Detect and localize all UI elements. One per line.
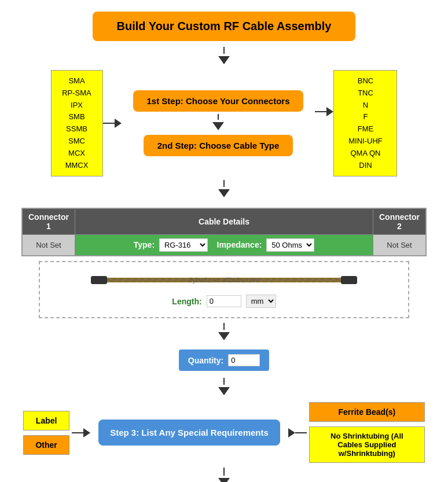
type-select[interactable]: RG-316 RG-174 RG-58 LMR-100 LMR-200 LMR-… (159, 238, 208, 252)
step2-box: 2nd Step: Choose Cable Type (144, 135, 293, 156)
length-label: Length: (172, 297, 201, 306)
arrow-step3-to-right (288, 428, 295, 437)
connector-list-right-text: BNCTNCNFFMEMINI-UHFQMA QNDIN (348, 76, 383, 170)
other-box: Other (23, 435, 69, 455)
step3-right: Ferrite Bead(s) No Shrinktubing (All Cab… (309, 402, 425, 463)
cable-image: dyhxdz.en.alibaba.com (91, 271, 357, 289)
step1-label: 1st Step: Choose Your Connectors (147, 96, 290, 106)
length-unit-select[interactable]: mm cm m in ft (246, 295, 276, 308)
arrow-left-to-step3 (83, 428, 90, 437)
cable-details-header: Cable Details (75, 208, 373, 235)
length-row: Length: mm cm m in ft (172, 295, 276, 308)
arrow-left-to-step1 (115, 119, 122, 128)
ferrite-box: Ferrite Bead(s) (309, 402, 425, 422)
connector-list-left: SMARP-SMAIPXSMBSSMBSMCMCXMMCX (51, 70, 103, 176)
step1-row: SMARP-SMAIPXSMBSSMBSMCMCXMMCX 1st Step: … (6, 70, 442, 176)
cable-svg (91, 271, 357, 289)
length-input[interactable] (207, 295, 241, 307)
svg-rect-4 (107, 278, 341, 282)
cable-dashed-area: dyhxdz.en.alibaba.com Length: mm cm m in… (39, 261, 409, 318)
label-box: Label (23, 411, 69, 431)
quantity-row: Quantity: (179, 349, 269, 371)
svg-rect-0 (91, 276, 107, 284)
svg-rect-3 (341, 276, 357, 284)
arrow-title-to-step1 (218, 47, 230, 67)
connector2-value: Not Set (373, 235, 427, 256)
quantity-label: Quantity: (188, 356, 223, 365)
quantity-input[interactable] (228, 354, 260, 366)
connector-list-left-text: SMARP-SMAIPXSMBSSMBSMCMCXMMCX (62, 76, 91, 170)
step-boxes-center: 1st Step: Choose Your Connectors 2nd Ste… (133, 90, 304, 156)
title-box: Build Your Custom RF Cable Assembly (93, 12, 356, 41)
impedance-label: Impedance: (217, 240, 262, 249)
arrow-step3-to-final (218, 468, 230, 482)
step3-box: Step 3: List Any Special Requirements (98, 420, 280, 446)
arrow-step2-to-cable (218, 180, 230, 200)
arrow-step1-to-right (326, 107, 333, 116)
impedance-select[interactable]: 50 Ohms 75 Ohms (266, 238, 314, 252)
step3-left: Label Other (23, 411, 69, 455)
step3-row: Label Other Step 3: List Any Special Req… (6, 402, 442, 463)
connector1-value: Not Set (22, 235, 75, 256)
shrink-box: No Shrinktubing (All Cables Supplied w/S… (309, 426, 425, 463)
title-text: Build Your Custom RF Cable Assembly (117, 20, 332, 32)
cable-table: Connector 1 Cable Details Connector 2 No… (21, 208, 427, 256)
connector1-header: Connector 1 (22, 208, 75, 235)
type-label: Type: (134, 240, 155, 249)
cable-type-cell: Type: RG-316 RG-174 RG-58 LMR-100 LMR-20… (75, 235, 373, 256)
connector-list-right: BNCTNCNFFMEMINI-UHFQMA QNDIN (333, 70, 397, 176)
arrow-cable-to-qty (218, 323, 230, 343)
step1-box: 1st Step: Choose Your Connectors (133, 90, 304, 112)
arrow-qty-to-step3 (218, 378, 230, 398)
connector2-header: Connector 2 (373, 208, 427, 235)
step2-label: 2nd Step: Choose Cable Type (157, 141, 280, 150)
step3-label: Step 3: List Any Special Requirements (110, 428, 269, 437)
